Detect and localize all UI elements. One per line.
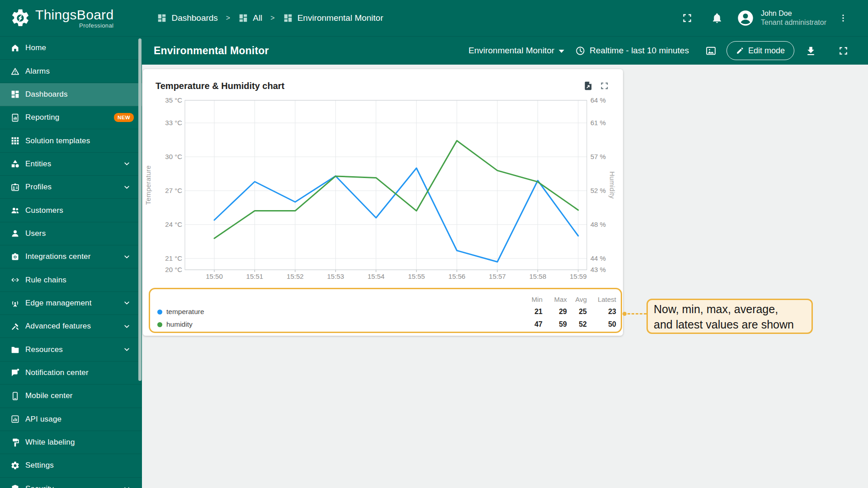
app-subtitle: Professional (79, 22, 113, 29)
chevron-down-icon (559, 50, 564, 53)
legend-value-temperature-avg: 25 (567, 308, 587, 316)
y-axis-tick-label: 33 °C (155, 119, 182, 127)
grid-icon (10, 136, 20, 145)
user-role: Tenant administrator (761, 18, 826, 27)
y2-axis-tick-label: 61 % (590, 119, 606, 127)
series-dot-icon (157, 310, 162, 314)
legend-series-name: temperature (166, 308, 204, 316)
series-dot-icon (157, 322, 162, 327)
y2-axis-title: Humidity (609, 149, 616, 221)
timewindow-button[interactable]: Realtime - last 10 minutes (575, 46, 689, 56)
x-axis-tick-label: 15:56 (441, 272, 473, 280)
sidebar-item-label: Integrations center (25, 252, 91, 261)
x-axis-tick-label: 15:52 (279, 272, 311, 280)
legend-value-temperature-min: 21 (511, 308, 542, 316)
chevron-down-icon (123, 322, 131, 331)
sidebar-item-label: Profiles (25, 183, 52, 192)
sidebar-item-resources[interactable]: Resources (0, 338, 142, 361)
series-line-temperature (214, 168, 578, 262)
legend-highlight-box: MinMaxAvgLatesttemperature21292523humidi… (149, 288, 622, 333)
edge-icon (10, 298, 20, 308)
sidebar-item-mobile-center[interactable]: Mobile center (0, 385, 142, 408)
dashboard-icon (238, 13, 248, 23)
sidebar-item-label: Alarms (25, 67, 50, 76)
sidebar-item-white-labeling[interactable]: White labeling (0, 431, 142, 454)
integrations-icon (10, 252, 20, 262)
y-axis-tick-label: 24 °C (155, 221, 182, 228)
legend-item-humidity[interactable]: humidity (157, 320, 511, 328)
mobile-icon (10, 391, 20, 401)
kebab-menu-icon[interactable] (838, 13, 848, 23)
sidebar-item-dashboards[interactable]: Dashboards (0, 83, 142, 106)
user-menu[interactable]: John Doe Tenant administrator (761, 9, 826, 27)
y-axis-title: Temperature (144, 149, 152, 221)
sidebar-item-integrations-center[interactable]: Integrations center (0, 245, 142, 268)
entities-icon (10, 159, 20, 169)
avatar[interactable] (736, 9, 755, 27)
breadcrumb-item-environmental-monitor[interactable]: Environmental Monitor (283, 13, 383, 23)
legend-value-humidity-min: 47 (511, 320, 542, 328)
sidebar-item-profiles[interactable]: Profiles (0, 176, 142, 199)
x-axis-tick-label: 15:58 (522, 272, 554, 280)
y-axis-tick-label: 35 °C (155, 96, 182, 104)
paint-icon (10, 438, 20, 447)
sidebar-item-label: Users (25, 229, 46, 238)
fullscreen-icon[interactable] (681, 12, 693, 24)
x-axis-tick-label: 15:50 (198, 272, 230, 280)
sidebar-item-alarms[interactable]: Alarms (0, 60, 142, 83)
legend-column-min: Min (511, 296, 542, 303)
sidebar-item-rule-chains[interactable]: Rule chains (0, 268, 142, 291)
legend-item-temperature[interactable]: temperature (157, 308, 511, 316)
app-name: ThingsBoard (35, 8, 113, 22)
breadcrumb-separator: > (270, 14, 274, 22)
toolbar-fullscreen-icon[interactable] (838, 45, 849, 56)
legend-value-humidity-latest: 50 (587, 320, 616, 328)
legend-series-name: humidity (166, 320, 193, 328)
dashboard-toolbar: Environmental Monitor Environmental Moni… (142, 37, 868, 65)
sidebar-item-advanced-features[interactable]: Advanced features (0, 315, 142, 338)
chevron-down-icon (123, 299, 131, 307)
app-logo[interactable]: ThingsBoard Professional (10, 8, 113, 29)
breadcrumb-item-all[interactable]: All (238, 13, 262, 23)
sidebar-item-api-usage[interactable]: API usage (0, 408, 142, 431)
breadcrumb-label: Dashboards (171, 13, 217, 23)
thingsboard-logo-icon (10, 8, 31, 28)
sidebar-item-security[interactable]: Security (0, 478, 142, 488)
dashboards-icon (10, 89, 20, 99)
x-axis-tick-label: 15:54 (360, 272, 392, 280)
gear-icon (10, 461, 20, 470)
sidebar-item-label: Solution templates (25, 136, 90, 145)
edit-mode-button[interactable]: Edit mode (726, 41, 794, 60)
annotation-callout: Now, min, max, average,and latest values… (646, 299, 813, 334)
chevron-down-icon (123, 183, 131, 192)
sidebar-item-settings[interactable]: Settings (0, 454, 142, 477)
sidebar-item-edge-management[interactable]: Edge management (0, 292, 142, 315)
sidebar-item-home[interactable]: Home (0, 37, 142, 60)
x-axis-tick-label: 15:59 (562, 272, 594, 280)
download-icon[interactable] (805, 45, 816, 56)
pencil-icon (736, 47, 744, 55)
header-actions: John Doe Tenant administrator (681, 9, 868, 27)
y-axis-tick-label: 20 °C (155, 266, 182, 273)
sidebar-item-reporting[interactable]: ReportingNEW (0, 106, 142, 129)
sidebar-item-solution-templates[interactable]: Solution templates (0, 129, 142, 152)
sidebar-item-users[interactable]: Users (0, 222, 142, 245)
sidebar-scrollbar[interactable] (138, 38, 142, 381)
sidebar-item-customers[interactable]: Customers (0, 199, 142, 222)
legend-table: MinMaxAvgLatesttemperature21292523humidi… (157, 293, 616, 331)
notification-icon (10, 368, 20, 377)
breadcrumb-item-dashboards[interactable]: Dashboards (157, 13, 217, 23)
chevron-down-icon (123, 253, 131, 261)
rule-icon (10, 275, 20, 285)
notifications-bell-icon[interactable] (711, 12, 723, 24)
legend-column-latest: Latest (587, 296, 616, 303)
sidebar-item-label: Edge management (25, 299, 92, 308)
sidebar-item-notification-center[interactable]: Notification center (0, 361, 142, 385)
edit-mode-label: Edit mode (748, 46, 785, 56)
y2-axis-tick-label: 44 % (590, 254, 606, 262)
dashboard-select[interactable]: Environmental Monitor (468, 46, 564, 56)
sidebar-item-label: Reporting (25, 113, 60, 122)
sidebar-item-entities[interactable]: Entities (0, 153, 142, 176)
image-gallery-icon[interactable] (705, 45, 717, 56)
y-axis-tick-label: 21 °C (155, 254, 182, 262)
